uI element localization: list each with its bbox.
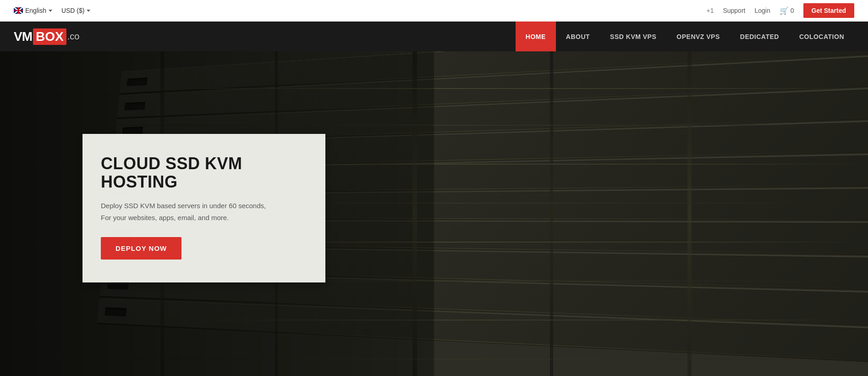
deploy-now-button[interactable]: DEPLOY NOW bbox=[101, 237, 181, 260]
nav-bar: VM BOX .co HOME ABOUT SSD KVM VPS OPENVZ… bbox=[0, 22, 868, 51]
nav-item-dedicated[interactable]: DEDICATED bbox=[730, 22, 789, 51]
support-link[interactable]: Support bbox=[723, 7, 745, 14]
logo-co: .co bbox=[67, 31, 80, 42]
hero-section: CLOUD SSD KVM HOSTING Deploy SSD KVM bas… bbox=[0, 51, 868, 376]
phone-label: +1 bbox=[706, 7, 714, 14]
login-link[interactable]: Login bbox=[754, 7, 770, 14]
flag-icon bbox=[14, 7, 23, 14]
nav-item-home[interactable]: HOME bbox=[516, 22, 556, 51]
hero-content-box: CLOUD SSD KVM HOSTING Deploy SSD KVM bas… bbox=[82, 134, 325, 282]
currency-chevron-icon bbox=[87, 10, 90, 12]
top-bar-left: English USD ($) bbox=[14, 7, 90, 14]
cart-count: 0 bbox=[791, 7, 794, 14]
language-chevron-icon bbox=[49, 10, 52, 12]
logo-box: BOX bbox=[33, 28, 66, 45]
language-selector[interactable]: English bbox=[14, 7, 52, 14]
nav-links: HOME ABOUT SSD KVM VPS OPENVZ VPS DEDICA… bbox=[516, 22, 854, 51]
cart-icon: 🛒 bbox=[780, 6, 789, 15]
hero-subtitle: Deploy SSD KVM based servers in under 60… bbox=[101, 200, 302, 223]
cart-button[interactable]: 🛒 0 bbox=[780, 6, 794, 15]
language-label: English bbox=[25, 7, 46, 14]
nav-item-openvz-vps[interactable]: OPENVZ VPS bbox=[666, 22, 730, 51]
top-bar: English USD ($) +1 Support Login 🛒 0 Get… bbox=[0, 0, 868, 22]
logo[interactable]: VM BOX .co bbox=[14, 28, 79, 45]
hero-subtitle-line1: Deploy SSD KVM based servers in under 60… bbox=[101, 202, 266, 210]
hero-subtitle-line2: For your websites, apps, email, and more… bbox=[101, 214, 229, 221]
nav-item-colocation[interactable]: COLOCATION bbox=[789, 22, 854, 51]
hero-title: CLOUD SSD KVM HOSTING bbox=[101, 155, 302, 191]
currency-selector[interactable]: USD ($) bbox=[61, 7, 91, 14]
nav-item-ssd-kvm-vps[interactable]: SSD KVM VPS bbox=[600, 22, 666, 51]
nav-item-about[interactable]: ABOUT bbox=[556, 22, 600, 51]
get-started-button[interactable]: Get Started bbox=[803, 3, 854, 18]
rack-divider-4 bbox=[550, 51, 553, 376]
currency-label: USD ($) bbox=[61, 7, 85, 14]
rack-divider-5 bbox=[687, 51, 692, 376]
logo-vm: VM bbox=[14, 29, 32, 44]
top-bar-right: +1 Support Login 🛒 0 Get Started bbox=[706, 3, 854, 18]
